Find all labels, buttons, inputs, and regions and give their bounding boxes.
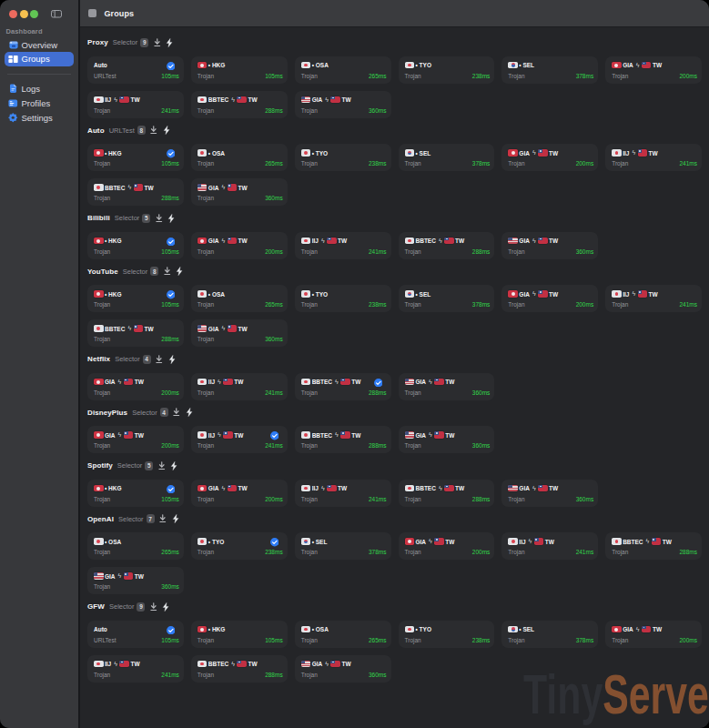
proxy-name: BBTECϟTW [612,538,697,545]
proxy-card-gia200[interactable]: GIAϟTWTrojan200ms [605,621,702,648]
latency-test-button[interactable] [155,355,164,364]
proxy-card-gia360[interactable]: GIAϟTWTrojan360ms [295,655,391,682]
latency-test-button[interactable] [153,38,162,47]
speed-test-button[interactable] [172,514,179,523]
relay-separator: ϟ [632,149,635,157]
speed-test-button[interactable] [167,214,175,223]
proxy-card-osa[interactable]: • OSATrojan265ms [191,144,288,171]
proxy-card-iij[interactable]: IIJϟTWTrojan241ms [87,91,184,118]
proxy-card-iij[interactable]: IIJϟTWTrojan241ms [295,232,391,259]
sidebar-item-settings[interactable]: Settings [5,111,74,126]
proxy-card-bbtec[interactable]: BBTECϟTWTrojan288ms [191,655,288,682]
proxy-type: Trojan [198,195,214,201]
proxy-card-gia200[interactable]: GIAϟTWTrojan200ms [605,56,702,84]
latency-test-button[interactable] [157,461,167,470]
proxy-card-gia200[interactable]: GIAϟTWTrojan200ms [87,426,184,453]
proxy-card-tyo[interactable]: • TYOTrojan238ms [399,621,495,648]
latency-test-button[interactable] [163,267,172,276]
latency-test-button[interactable] [172,408,181,417]
proxy-card-auto[interactable]: AutoURLTest105ms [87,621,184,648]
speed-test-button[interactable] [163,126,170,135]
proxy-card-bbtec[interactable]: BBTECϟTWTrojan288ms [399,480,495,507]
proxy-card-sel[interactable]: • SELTrojan378ms [501,621,598,648]
proxy-name-text: • OSA [312,62,329,68]
zoom-button[interactable] [30,10,38,18]
proxy-card-osa[interactable]: • OSATrojan265ms [191,285,288,312]
proxy-card-bbtec[interactable]: BBTECϟTWTrojan288ms [295,426,391,453]
latency-test-button[interactable] [149,602,158,612]
proxy-card-bbtec[interactable]: BBTECϟTWTrojan288ms [605,532,702,560]
proxy-card-tyo[interactable]: • TYOTrojan238ms [295,144,391,171]
minimize-button[interactable] [20,10,28,18]
proxy-card-auto[interactable]: AutoURLTest105ms [87,56,184,84]
proxy-card-hkg[interactable]: • HKGTrojan105ms [87,480,184,507]
proxy-card-gia360[interactable]: GIAϟTWTrojan360ms [501,232,598,259]
proxy-card-gia200[interactable]: GIAϟTWTrojan200ms [87,373,184,400]
proxy-card-gia200[interactable]: GIAϟTWTrojan200ms [191,480,288,507]
sidebar-item-groups[interactable]: Groups [5,52,74,66]
latency-test-button[interactable] [149,126,158,135]
proxy-card-iij[interactable]: IIJϟTWTrojan241ms [605,144,702,171]
proxy-card-tyo[interactable]: • TYOTrojan238ms [399,56,495,84]
sidebar-item-overview[interactable]: Overview [5,37,74,52]
proxy-card-iij[interactable]: IIJϟTWTrojan241ms [191,426,288,453]
sidebar-item-profiles[interactable]: Profiles [5,96,74,111]
proxy-card-gia360[interactable]: GIAϟTWTrojan360ms [191,319,288,347]
proxy-name-text: BBTEC [312,432,332,439]
speed-test-button[interactable] [168,355,176,364]
proxy-latency: 200ms [161,442,179,449]
speed-test-button[interactable] [170,461,177,470]
proxy-card-gia200[interactable]: GIAϟTWTrojan200ms [191,232,288,259]
proxy-card-hkg[interactable]: • HKGTrojan105ms [87,285,184,312]
proxy-card-gia360[interactable]: GIAϟTWTrojan360ms [501,480,598,507]
proxy-group-proxy: ProxySelector9AutoURLTest105ms• HKGTroja… [87,36,702,118]
proxy-card-bbtec[interactable]: BBTECϟTWTrojan288ms [295,373,391,400]
proxy-card-iij[interactable]: IIJϟTWTrojan241ms [605,285,702,312]
proxy-card-sel[interactable]: • SELTrojan378ms [399,144,495,171]
proxy-card-osa[interactable]: • OSATrojan265ms [295,621,391,648]
proxy-card-gia200[interactable]: GIAϟTWTrojan200ms [399,532,495,560]
proxy-card-gia360[interactable]: GIAϟTWTrojan360ms [87,567,184,594]
latency-test-button[interactable] [155,214,164,223]
proxy-card-iij[interactable]: IIJϟTWTrojan241ms [87,655,184,682]
proxy-card-gia360[interactable]: GIAϟTWTrojan360ms [399,426,495,453]
proxy-name-text: BBTEC [105,185,125,191]
proxy-card-sel[interactable]: • SELTrojan378ms [399,285,495,312]
proxy-card-gia360[interactable]: GIAϟTWTrojan360ms [399,373,495,400]
speed-test-button[interactable] [176,267,183,276]
sidebar-item-logs[interactable]: Logs [5,82,74,96]
proxy-card-iij[interactable]: IIJϟTWTrojan241ms [501,532,598,560]
speed-test-button[interactable] [186,408,193,417]
proxy-card-gia360[interactable]: GIAϟTWTrojan360ms [295,91,391,118]
proxy-card-bbtec[interactable]: BBTECϟTWTrojan288ms [87,319,184,347]
relay-separator: ϟ [127,325,131,332]
proxy-card-bottom: Trojan378ms [301,549,387,555]
proxy-card-gia360[interactable]: GIAϟTWTrojan360ms [191,178,288,206]
proxy-card-hkg[interactable]: • HKGTrojan105ms [191,56,288,84]
flag-tw-icon [538,238,548,245]
proxy-card-bbtec[interactable]: BBTECϟTWTrojan288ms [399,232,495,259]
proxy-type: Trojan [198,107,214,114]
proxy-card-tyo[interactable]: • TYOTrojan238ms [191,532,288,560]
proxy-card-bbtec[interactable]: BBTECϟTWTrojan288ms [191,91,288,118]
proxy-card-iij[interactable]: IIJϟTWTrojan241ms [295,480,391,507]
proxy-card-iij[interactable]: IIJϟTWTrojan241ms [191,373,288,400]
proxy-card-osa[interactable]: • OSATrojan265ms [87,532,184,560]
sidebar-toggle-icon[interactable] [51,10,62,18]
proxy-card-gia200[interactable]: GIAϟTWTrojan200ms [501,144,598,171]
speed-test-button[interactable] [162,602,169,612]
proxy-card-sel[interactable]: • SELTrojan378ms [295,532,391,560]
speed-test-button[interactable] [166,38,173,47]
proxy-card-bbtec[interactable]: BBTECϟTWTrojan288ms [87,178,184,206]
proxy-card-hkg[interactable]: • HKGTrojan105ms [87,144,184,171]
proxy-card-hkg[interactable]: • HKGTrojan105ms [87,232,184,259]
proxy-card-tyo[interactable]: • TYOTrojan238ms [295,285,391,312]
latency-test-button[interactable] [158,514,167,523]
proxy-name-text: GIA [105,432,116,439]
proxy-card-hkg[interactable]: • HKGTrojan105ms [191,621,288,648]
proxy-card-gia200[interactable]: GIAϟTWTrojan200ms [501,285,598,312]
proxy-card-sel[interactable]: • SELTrojan378ms [501,56,598,84]
close-button[interactable] [9,10,17,18]
proxy-name-text: TW [338,485,347,491]
proxy-card-osa[interactable]: • OSATrojan265ms [295,56,391,84]
